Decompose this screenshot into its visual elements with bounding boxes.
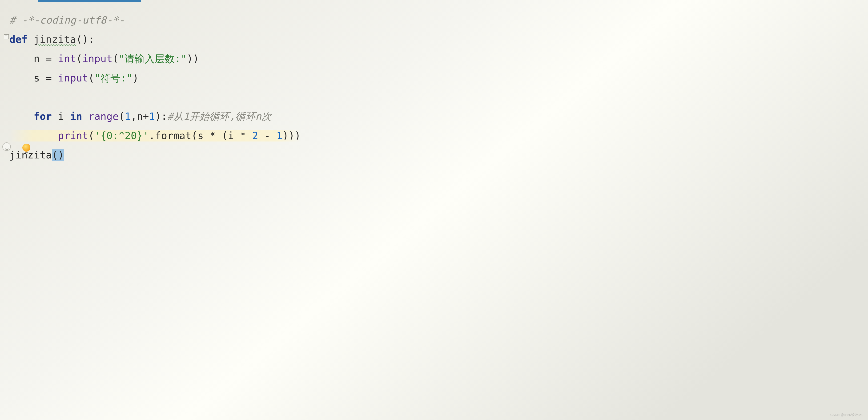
- builtin-input: input: [82, 53, 113, 64]
- watermark-text: CSDN @user/设计360: [830, 413, 863, 417]
- number-literal: 1: [277, 130, 283, 142]
- keyword-for: for: [34, 111, 52, 122]
- number-literal: 2: [252, 130, 258, 142]
- string-literal: "请输入层数:": [119, 53, 187, 64]
- format-string: '{0:^20}': [94, 130, 149, 142]
- inline-comment: #从1开始循环,循环n次: [167, 111, 272, 122]
- comment-line: # -*-coding-utf8-*-: [9, 14, 125, 26]
- builtin-print: print: [58, 130, 88, 142]
- assign-n: n =: [34, 53, 58, 64]
- builtin-int: int: [58, 53, 76, 64]
- keyword-in: in: [70, 111, 82, 122]
- number-literal: 1: [149, 111, 155, 122]
- code-editor[interactable]: # -*-coding-utf8-*- def jinzita(): n = i…: [0, 0, 868, 420]
- number-literal: 1: [125, 111, 131, 122]
- active-tab-indicator: [38, 0, 141, 2]
- function-name: jinzita: [34, 34, 76, 45]
- fold-guide-line: [6, 36, 6, 150]
- fold-collapse-icon[interactable]: [4, 34, 9, 39]
- builtin-input: input: [58, 72, 88, 84]
- string-literal: "符号:": [94, 72, 132, 84]
- code-area[interactable]: # -*-coding-utf8-*- def jinzita(): n = i…: [9, 10, 301, 165]
- paren: ():: [76, 34, 94, 45]
- function-call: jinzita: [9, 149, 52, 161]
- assign-s: s =: [34, 72, 58, 84]
- keyword-def: def: [9, 34, 28, 45]
- builtin-range: range: [88, 111, 119, 122]
- selection: (): [52, 149, 64, 161]
